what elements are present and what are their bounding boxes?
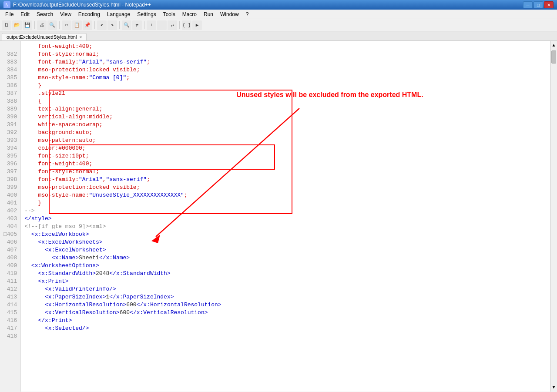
code-line-394: mso-pattern:auto; [24,137,547,144]
code-line-391: vertical-align:middle; [24,113,547,121]
find-button[interactable]: 🔍 [122,20,131,30]
code-line-395: color:#000000; [24,144,547,152]
menu-file[interactable]: File [2,10,17,18]
scroll-down-button[interactable]: ▼ [550,383,557,392]
menu-edit[interactable]: Edit [17,10,33,18]
code-line-393: background:auto; [24,129,547,137]
toolbar-sep-4 [119,21,120,29]
scrollbar-thumb[interactable] [551,50,556,64]
line-fold-386 [3,82,7,89]
menu-language[interactable]: Language [104,10,134,18]
code-line-418: <x:Selected/> [24,325,547,332]
line-fold-392 [3,129,7,136]
line-fold-403 [3,215,7,222]
tab-close-button[interactable]: × [79,35,82,40]
code-area[interactable]: font-weight:400; font-style:normal; font… [21,41,550,392]
syntax-button[interactable]: { } [182,20,191,30]
code-line-404: </style> [24,215,547,223]
code-line-384: font-family:"Arial","sans-serif"; [24,58,547,66]
line-fold-399 [3,184,7,191]
line-fold-402 [3,208,7,214]
line-fold-384 [3,67,7,73]
code-line-416: <x:VerticalResolution>600</x:VerticalRes… [24,309,547,317]
print-button[interactable]: 🖨 [37,20,47,30]
line-fold-393 [3,137,7,144]
code-line-405: <!--[if gte mso 9]><xml> [24,223,547,231]
code-line-410: <x:WorksheetOptions> [24,262,547,270]
code-line-403: --> [24,207,547,215]
code-line-417: </x:Print> [24,317,547,325]
line-fold-387 [3,90,7,97]
line-fold-417 [3,325,7,332]
code-line-414: <x:PaperSizeIndex>1</x:PaperSizeIndex> [24,293,547,301]
new-button[interactable]: 🗋 [2,20,11,30]
close-button[interactable]: ✕ [544,1,554,8]
zoom-in-button[interactable]: + [147,20,156,30]
maximize-button[interactable]: □ [534,1,543,8]
line-fold-418 [3,333,7,339]
code-line-389: { [24,97,547,105]
editor-tab[interactable]: outputExcludeUnusedStyles.html × [2,33,87,40]
menu-tools[interactable]: Tools [160,10,179,18]
cut-button[interactable]: ✂ [62,20,71,30]
scroll-up-button[interactable]: ▲ [550,41,557,50]
line-fold-385 [3,74,7,81]
toolbar-sep-1 [34,21,35,29]
code-line-385: mso-protection:locked visible; [24,66,547,74]
open-button[interactable]: 📂 [12,20,22,30]
line-fold-411 [3,278,7,285]
code-line-409: <x:Name>Sheet1</x:Name> [24,254,547,262]
code-line-400: mso-protection:locked visible; [24,184,547,191]
code-line-383: font-style:normal; [24,50,547,58]
word-wrap-button[interactable]: ↵ [168,20,177,30]
menu-view[interactable]: View [57,10,75,18]
line-fold-394 [3,145,7,151]
code-line-402: } [24,199,547,207]
menu-window[interactable]: Window [217,10,242,18]
title-left: N F:\Download\outputExcludeUnusedStyles.… [3,1,151,8]
line-fold-388 [3,98,7,104]
zoom-out-button[interactable]: − [157,20,167,30]
line-fold-391 [3,121,7,128]
line-fold-410 [3,270,7,277]
menu-macro[interactable]: Macro [179,10,200,18]
code-line-413: <x:ValidPrinterInfo/> [24,285,547,293]
paste-button[interactable]: 📌 [83,20,92,30]
window-controls[interactable]: ─ □ ✕ [523,1,554,8]
run-script-button[interactable]: ▶ [192,20,202,30]
copy-button[interactable]: 📋 [72,20,82,30]
menu-search[interactable]: Search [33,10,57,18]
vertical-scrollbar[interactable]: ▲ ▼ [550,41,557,392]
line-fold-396 [3,161,7,167]
minimize-button[interactable]: ─ [523,1,533,8]
menu-encoding[interactable]: Encoding [75,10,104,18]
line-fold-383 [3,59,7,65]
tab-bar: outputExcludeUnusedStyles.html × [0,31,557,41]
line-fold-398 [3,176,7,183]
line-fold-406 [3,239,7,245]
menu-help[interactable]: ? [242,10,252,18]
line-fold-415 [3,309,7,316]
menu-run[interactable]: Run [200,10,217,18]
print-preview[interactable]: 🔍 [47,20,57,30]
save-button[interactable]: 💾 [23,20,32,30]
code-line-397: font-weight:400; [24,160,547,168]
code-line-412: <x:Print> [24,278,547,285]
code-line-387: } [24,82,547,90]
toolbar-sep-2 [59,21,60,29]
code-line-406: <x:ExcelWorkbook> [24,231,547,238]
code-line-411: <x:StandardWidth>2048</x:StandardWidth> [24,270,547,278]
redo-button[interactable]: ↷ [107,20,117,30]
code-line-398: font-style:normal; [24,168,547,176]
line-fold-409 [3,262,7,269]
line-fold-395 [3,153,7,159]
app-icon: N [3,1,10,8]
undo-button[interactable]: ↶ [97,20,107,30]
code-line-392: white-space:nowrap; [24,121,547,129]
code-line-396: font-size:10pt; [24,152,547,160]
menu-settings[interactable]: Settings [134,10,159,18]
replace-button[interactable]: ⇄ [132,20,142,30]
code-line-390: text-align:general; [24,105,547,113]
line-fold-412 [3,286,7,292]
line-fold-390 [3,114,7,120]
